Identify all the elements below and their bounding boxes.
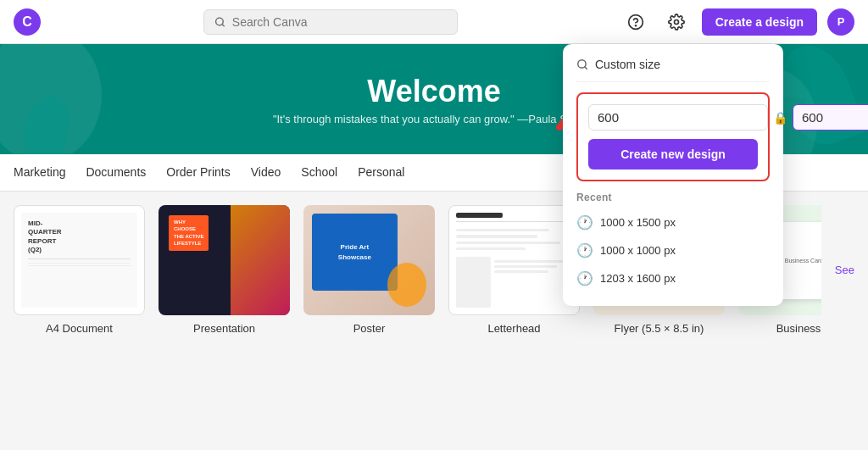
clock-icon-1: 🕐 bbox=[576, 242, 593, 258]
svg-point-6 bbox=[674, 19, 678, 24]
gear-icon bbox=[668, 14, 685, 31]
tab-video[interactable]: Video bbox=[251, 155, 281, 191]
height-input[interactable] bbox=[793, 104, 868, 131]
custom-size-label: Custom size bbox=[595, 58, 660, 71]
search-bar[interactable] bbox=[203, 9, 458, 35]
template-label-flyer: Flyer (5.5 × 8.5 in) bbox=[615, 322, 704, 335]
svg-text:C: C bbox=[22, 14, 32, 29]
settings-button[interactable] bbox=[661, 7, 692, 37]
search-icon-dropdown bbox=[576, 58, 588, 70]
canva-logo-icon: C bbox=[14, 8, 41, 36]
avatar: P bbox=[827, 8, 854, 36]
template-thumb-letterhead bbox=[448, 205, 580, 315]
hero-quote: "It's through mistakes that you actually… bbox=[273, 113, 595, 125]
hero-title: Welcome bbox=[367, 74, 500, 109]
help-icon bbox=[627, 14, 644, 31]
template-label-a4: A4 Document bbox=[46, 322, 113, 335]
template-poster[interactable]: Pride ArtShowcase Poster bbox=[303, 205, 435, 335]
recent-item-1[interactable]: 🕐 1000 x 1000 px bbox=[576, 236, 770, 264]
tab-personal[interactable]: Personal bbox=[358, 155, 404, 191]
svg-line-3 bbox=[222, 24, 224, 25]
recent-label: Recent bbox=[576, 192, 770, 203]
recent-text-0: 1000 x 1500 px bbox=[600, 216, 676, 229]
recent-text-1: 1000 x 1000 px bbox=[600, 244, 676, 257]
header-left: C bbox=[14, 8, 41, 36]
tab-documents[interactable]: Documents bbox=[86, 155, 146, 191]
svg-line-9 bbox=[585, 67, 587, 69]
see-more-link[interactable]: See bbox=[835, 264, 854, 276]
clock-icon-2: 🕐 bbox=[576, 270, 593, 286]
create-design-button[interactable]: Create a design bbox=[702, 8, 817, 36]
tab-marketing[interactable]: Marketing bbox=[14, 155, 65, 191]
recent-text-2: 1203 x 1600 px bbox=[600, 272, 676, 285]
header-right: Create a design P bbox=[620, 7, 854, 37]
template-label-business: Business C bbox=[776, 322, 821, 335]
template-label-letterhead: Letterhead bbox=[487, 322, 540, 335]
dropdown-search-header: Custom size bbox=[576, 58, 770, 82]
template-thumb-a4: MID-QUARTERREPORT(Q2) bbox=[14, 205, 145, 315]
template-presentation[interactable]: WHYCHOOSETHE ACTIVELIFESTYLE Presentatio… bbox=[159, 205, 290, 335]
template-label-poster: Poster bbox=[353, 322, 386, 335]
template-a4[interactable]: MID-QUARTERREPORT(Q2) A4 Document bbox=[14, 205, 145, 335]
help-button[interactable] bbox=[620, 7, 651, 37]
search-input[interactable] bbox=[232, 15, 447, 29]
search-icon bbox=[214, 16, 225, 28]
template-letterhead[interactable]: Letterhead bbox=[448, 205, 580, 335]
header: C Create a design P bbox=[0, 0, 868, 44]
recent-item-0[interactable]: 🕐 1000 x 1500 px bbox=[576, 208, 770, 236]
template-label-presentation: Presentation bbox=[193, 322, 255, 335]
tab-order-prints[interactable]: Order Prints bbox=[166, 155, 230, 191]
decorative-leaf-3 bbox=[17, 91, 75, 154]
lock-icon: 🔒 bbox=[773, 111, 787, 125]
template-thumb-presentation: WHYCHOOSETHE ACTIVELIFESTYLE bbox=[159, 205, 290, 315]
recent-item-2[interactable]: 🕐 1203 x 1600 px bbox=[576, 264, 770, 292]
width-input[interactable] bbox=[588, 104, 768, 131]
custom-size-dropdown: Custom size 🔒 px Create new design Recen… bbox=[563, 44, 783, 306]
size-inputs: 🔒 px bbox=[588, 104, 758, 131]
template-thumb-poster: Pride ArtShowcase bbox=[303, 205, 435, 315]
clock-icon-0: 🕐 bbox=[576, 214, 593, 231]
tab-school[interactable]: School bbox=[301, 155, 337, 191]
custom-size-box: 🔒 px Create new design bbox=[576, 92, 770, 181]
create-new-design-button[interactable]: Create new design bbox=[588, 139, 758, 169]
